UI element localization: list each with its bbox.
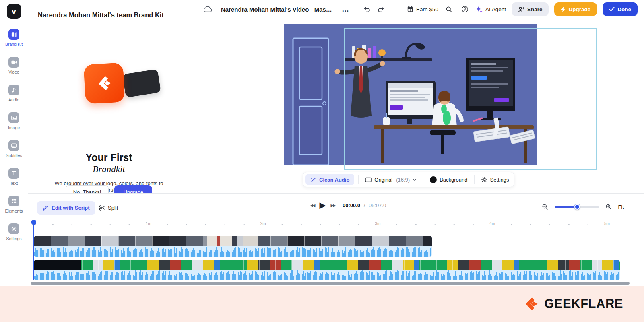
toolbar-divider: [358, 175, 359, 184]
project-title[interactable]: Narendra Mohan Mittal's Video - Masterin…: [221, 6, 334, 13]
app-window: v Brand KitVideoAudioImageSubtitlesTextE…: [0, 0, 644, 286]
share-label: Share: [527, 6, 543, 12]
play-button[interactable]: ▶: [319, 200, 326, 210]
brandkit-illustration: [85, 60, 165, 125]
no-thanks-button[interactable]: No, Thanks!: [66, 185, 109, 193]
ruler-tick-label: 2m: [260, 221, 266, 226]
ai-agent-button[interactable]: AI Agent: [476, 6, 506, 13]
brandkit-upgrade-button[interactable]: Upgrade: [114, 185, 152, 193]
canvas-selection-box[interactable]: [344, 28, 597, 170]
top-bar-actions: Earn $50 AI Agent Share Upgrade: [407, 2, 638, 16]
brand-panel-title: Narendra Mohan Mittal's team Brand Kit: [28, 0, 180, 19]
sidebar-item-video[interactable]: Video: [8, 57, 19, 74]
audio-waveform-2: [34, 270, 620, 280]
video-clip-track-1[interactable]: [34, 236, 432, 257]
ruler-tick-label: 1m: [146, 221, 151, 226]
cloud-save-icon[interactable]: [202, 4, 214, 14]
lightning-icon: [561, 6, 566, 12]
undo-icon[interactable]: [361, 4, 372, 14]
settings-icon: [8, 223, 19, 234]
pencil-icon: [43, 205, 48, 211]
zoom-out-icon[interactable]: [540, 202, 550, 212]
playhead[interactable]: [31, 220, 36, 226]
upgrade-label: Upgrade: [568, 6, 590, 12]
sidebar-item-audio[interactable]: Audio: [8, 85, 19, 102]
share-person-icon: [518, 6, 524, 12]
zoom-slider-fill: [555, 206, 577, 208]
upgrade-button[interactable]: Upgrade: [554, 2, 597, 16]
ruler-tick-dot: [72, 224, 73, 225]
search-icon[interactable]: [444, 4, 454, 14]
brand-kit-icon: [8, 29, 19, 40]
sidebar-item-settings[interactable]: Settings: [6, 223, 22, 241]
zoom-slider[interactable]: [555, 206, 599, 208]
sidebar-item-elements[interactable]: Elements: [5, 196, 23, 213]
ruler-tick-dot: [549, 224, 550, 225]
sidebar-nav: Brand KitVideoAudioImageSubtitlesTextEle…: [5, 29, 23, 241]
video-icon: [8, 57, 19, 68]
brandkit-logo-card: [84, 63, 125, 104]
ruler-tick-dot: [454, 224, 455, 225]
clean-audio-button[interactable]: Clean Audio: [305, 174, 354, 185]
earn-label: Earn $50: [416, 6, 438, 12]
sidebar-item-label: Elements: [5, 208, 23, 213]
text-icon: [8, 168, 19, 179]
subtitles-icon: [8, 140, 19, 151]
timeline-ruler[interactable]: 0s1m2m3m4m5m: [28, 221, 644, 227]
share-button[interactable]: Share: [512, 2, 549, 16]
fast-forward-button[interactable]: ▶▶: [331, 203, 335, 208]
aspect-ratio-button[interactable]: Original (16:9): [363, 177, 419, 183]
ai-agent-label: AI Agent: [485, 6, 506, 12]
zoom-in-icon[interactable]: [604, 202, 613, 212]
brandkit-dark-card: [122, 69, 161, 97]
clip-thumbnails-2: [34, 260, 620, 270]
sidebar-item-label: Subtitles: [6, 153, 22, 158]
redo-icon[interactable]: [376, 4, 386, 14]
ruler-tick-dot: [358, 224, 359, 225]
geekflare-logo-icon: [522, 295, 539, 312]
sidebar-item-subtitles[interactable]: Subtitles: [6, 140, 22, 158]
fit-button[interactable]: Fit: [618, 204, 624, 210]
clip-thumbnails-1: [34, 236, 432, 246]
ruler-tick-dot: [282, 224, 283, 225]
monitor-icon: [365, 177, 372, 182]
magic-wand-icon: [310, 177, 316, 183]
image-icon: [8, 112, 19, 123]
audio-icon: [8, 85, 19, 95]
done-button[interactable]: Done: [603, 2, 638, 16]
sidebar-item-brand-kit[interactable]: Brand Kit: [5, 29, 23, 47]
timeline-scrollbar[interactable]: [31, 282, 630, 285]
timeline-panel: Edit with Script Split ◀◀ ▶ ▶▶ 00:00.0 /…: [28, 193, 644, 286]
zoom-slider-thumb[interactable]: [574, 204, 580, 210]
ruler-tick-dot: [129, 224, 130, 225]
rewind-button[interactable]: ◀◀: [310, 203, 314, 208]
settings-button[interactable]: Settings: [479, 176, 512, 183]
split-button[interactable]: Split: [96, 201, 121, 215]
sidebar-item-label: Audio: [8, 97, 19, 102]
ruler-tick-dot: [167, 224, 168, 225]
ruler-tick-dot: [224, 224, 225, 225]
more-options-icon[interactable]: …: [340, 4, 351, 15]
playhead-line: [33, 225, 34, 280]
brandkit-actions: No, Thanks! Upgrade: [28, 185, 190, 193]
sidebar-item-label: Text: [10, 181, 18, 186]
background-label: Background: [440, 177, 467, 183]
earn-offer-button[interactable]: Earn $50: [407, 6, 438, 12]
veed-logo[interactable]: v: [7, 4, 21, 19]
background-color-swatch: [430, 176, 437, 183]
top-bar: Narendra Mohan Mittal's Video - Masterin…: [190, 0, 644, 19]
sidebar-item-label: Video: [8, 70, 19, 74]
sidebar-item-image[interactable]: Image: [8, 112, 20, 130]
sidebar-item-text[interactable]: Text: [8, 168, 19, 186]
ruler-tick-dot: [205, 224, 206, 225]
sidebar-item-label: Settings: [6, 236, 22, 241]
time-separator: /: [364, 202, 365, 208]
check-icon: [609, 7, 615, 12]
gift-icon: [407, 6, 413, 12]
sidebar-rail: v Brand KitVideoAudioImageSubtitlesTextE…: [0, 0, 28, 286]
help-icon[interactable]: [460, 4, 470, 14]
edit-with-script-button[interactable]: Edit with Script: [37, 201, 95, 215]
background-button[interactable]: Background: [427, 176, 470, 183]
video-clip-track-2[interactable]: [34, 260, 620, 280]
ruler-tick-dot: [320, 224, 321, 225]
